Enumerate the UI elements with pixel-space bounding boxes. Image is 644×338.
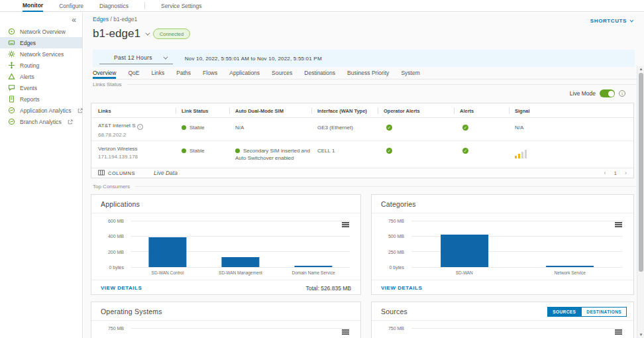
sidebar-nav-list: Network Overview Edges Network Services …: [0, 26, 82, 127]
vertical-scrollbar[interactable]: ▲ ▼: [637, 66, 644, 338]
table-row[interactable]: Verizon Wireless 171.194.139.178 Stable …: [91, 141, 633, 169]
signal-bar: [515, 156, 517, 158]
view-details-link[interactable]: VIEW DETAILS: [101, 285, 142, 291]
links-status-section-header: Links Status: [93, 82, 636, 87]
bar-slot: SD-WAN: [411, 221, 517, 267]
column-header-interface-wan-type[interactable]: Interface (WAN Type): [317, 103, 367, 118]
tab-qoe[interactable]: QoE: [128, 70, 139, 79]
table-row[interactable]: AT&T Internet S i 68.78.202.2 Stable N/A…: [91, 118, 633, 141]
sidebar-item-routing[interactable]: Routing: [0, 60, 82, 71]
top-nav-divider: [144, 2, 145, 9]
destinations-toggle-button[interactable]: DESTINATIONS: [581, 307, 627, 317]
sidebar-item-reports[interactable]: Reports: [0, 93, 82, 105]
link-ip: 68.78.202.2: [98, 132, 176, 138]
sidebar-item-network-services[interactable]: Network Services: [0, 48, 82, 60]
bar-sd-wan-management[interactable]: [221, 257, 259, 267]
column-header-links[interactable]: Links: [98, 103, 111, 118]
tab-paths[interactable]: Paths: [176, 70, 191, 79]
sidebar-item-label: Reports: [20, 96, 40, 103]
shortcuts-menu[interactable]: SHORTCUTS: [590, 18, 632, 24]
column-header-link-status[interactable]: Link Status: [182, 103, 208, 118]
alerts-icon: [8, 73, 15, 80]
link-status-cell: Stable: [182, 148, 205, 154]
next-page-icon[interactable]: ›: [625, 170, 627, 176]
previous-page-icon[interactable]: ‹: [604, 170, 606, 176]
bar-category-label: SD-WAN: [456, 270, 473, 275]
tab-sources[interactable]: Sources: [272, 70, 292, 79]
sidebar-item-network-overview[interactable]: Network Overview: [0, 26, 82, 37]
operator-alerts-ok-icon: ✓: [386, 125, 392, 131]
vmware-sdwan-monitor-page: Monitor Configure Diagnostics Service Se…: [0, 0, 644, 338]
table-footer: COLUMNS Live Data ‹ 1 ›: [91, 168, 633, 178]
bar-slot: Network Service: [517, 221, 623, 267]
tab-flows[interactable]: Flows: [203, 70, 217, 79]
tab-links[interactable]: Links: [151, 70, 164, 79]
signal-bars-icon: [515, 149, 527, 158]
applications-bar-chart: 600 MB400 MB200 MB0 bytes SD-WAN Control…: [91, 215, 360, 278]
bar-domain-name-service[interactable]: [294, 266, 332, 267]
sidebar-item-application-analytics[interactable]: Application Analytics: [0, 105, 82, 116]
sidebar-item-edges[interactable]: Edges: [0, 37, 82, 48]
top-nav-configure[interactable]: Configure: [59, 0, 83, 12]
scrollbar-thumb[interactable]: [639, 73, 643, 272]
info-icon[interactable]: i: [619, 90, 625, 97]
top-nav-monitor[interactable]: Monitor: [23, 0, 43, 12]
links-status-table: Links Link Status Auto Dual-Mode SIM Int…: [91, 103, 634, 178]
sources-destinations-toggle: SOURCES DESTINATIONS: [547, 307, 627, 317]
scroll-up-icon[interactable]: ▲: [637, 66, 644, 72]
routing-icon: [8, 62, 15, 69]
columns-button[interactable]: COLUMNS: [98, 170, 135, 177]
column-header-auto-dual-mode-sim[interactable]: Auto Dual-Mode SIM: [235, 103, 284, 118]
divider: [91, 213, 360, 213]
sources-toggle-button[interactable]: SOURCES: [547, 307, 581, 317]
divider: [91, 320, 360, 321]
scroll-down-icon[interactable]: ▼: [637, 331, 644, 338]
y-axis-tick-label: 750 MB: [388, 219, 404, 223]
top-nav-diagnostics[interactable]: Diagnostics: [99, 0, 129, 12]
chart-menu-icon[interactable]: [615, 329, 622, 336]
edge-selector-chevron-icon[interactable]: [145, 30, 150, 35]
signal-cell: N/A: [515, 125, 523, 131]
sidebar-item-branch-analytics[interactable]: Branch Analytics: [0, 116, 82, 127]
column-header-alerts[interactable]: Alerts: [460, 103, 474, 118]
tab-destinations[interactable]: Destinations: [304, 70, 335, 79]
alerts-ok-icon: ✓: [462, 148, 468, 154]
divider: [372, 213, 633, 213]
chart-menu-icon[interactable]: [342, 329, 349, 336]
view-details-link[interactable]: VIEW DETAILS: [381, 285, 422, 291]
breadcrumb: Edges / b1-edge1: [93, 16, 137, 23]
bar-sd-wan[interactable]: [441, 235, 488, 267]
top-nav-service-settings[interactable]: Service Settings: [161, 0, 201, 12]
sidebar-item-events[interactable]: Events: [0, 82, 82, 93]
sidebar-item-label: Routing: [20, 62, 39, 69]
chart-menu-icon[interactable]: [342, 222, 349, 229]
tab-business-priority[interactable]: Business Priority: [347, 70, 389, 79]
alerts-ok-icon: ✓: [462, 125, 468, 131]
bar-category-label: SD-WAN Control: [152, 270, 184, 275]
external-link-icon: [78, 108, 83, 113]
column-header-operator-alerts[interactable]: Operator Alerts: [384, 103, 420, 118]
column-header-signal[interactable]: Signal: [515, 103, 530, 118]
bar-sd-wan-control[interactable]: [148, 237, 186, 267]
status-badge: Connected: [153, 28, 190, 39]
sidebar-collapse-icon[interactable]: «: [72, 15, 76, 25]
tab-overview[interactable]: Overview: [93, 70, 116, 79]
reports-icon: [8, 95, 15, 103]
status-dot-icon: [182, 125, 186, 130]
sidebar-item-alerts[interactable]: Alerts: [0, 71, 82, 82]
bar-category-label: Domain Name Service: [292, 270, 335, 275]
tab-applications[interactable]: Applications: [229, 70, 260, 79]
live-mode-label: Live Mode: [570, 90, 596, 97]
tab-system[interactable]: System: [401, 70, 419, 79]
top-consumers-section-header: Top Consumers: [93, 184, 636, 190]
bar-network-service[interactable]: [546, 266, 594, 267]
time-range-select[interactable]: Past 12 Hours: [99, 52, 173, 64]
breadcrumb-edges-link[interactable]: Edges: [93, 16, 109, 23]
network-overview-icon: [8, 28, 15, 35]
sidebar-item-label: Branch Analytics: [20, 119, 62, 125]
live-mode-toggle[interactable]: [600, 89, 615, 97]
links-status-label: Links Status: [93, 82, 122, 87]
categories-bar-chart: 750 MB500 MB250 MB0 bytes SD-WANNetwork …: [372, 215, 633, 278]
chart-menu-icon[interactable]: [615, 222, 622, 229]
info-icon[interactable]: i: [137, 124, 143, 130]
